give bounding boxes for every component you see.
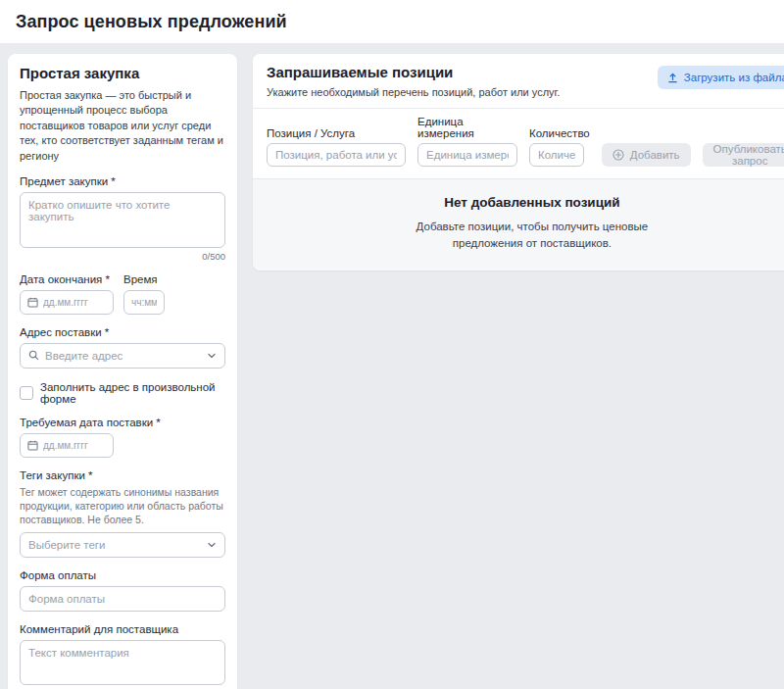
- unit-input[interactable]: [417, 143, 517, 167]
- subject-counter: 0/500: [20, 251, 225, 262]
- free-form-address-label: Заполнить адрес в произвольной форме: [40, 381, 225, 405]
- calendar-icon: [27, 297, 38, 308]
- address-select[interactable]: Введите адрес: [20, 343, 225, 369]
- publish-request-button[interactable]: Опубликовать запрос: [703, 143, 784, 167]
- position-name-field: Позиция / Услуга: [267, 127, 406, 167]
- main-content: Простая закупка Простая закупка — это бы…: [0, 43, 784, 689]
- simple-purchase-description: Простая закупка — это быстрый и упрощенн…: [20, 88, 225, 164]
- delivery-date-input[interactable]: [43, 440, 106, 451]
- empty-state-title: Нет добавленных позиций: [409, 195, 656, 210]
- end-date-label: Дата окончания *: [20, 273, 114, 285]
- subject-field: Предмет закупки * 0/500: [20, 175, 225, 262]
- plus-circle-icon: [612, 149, 624, 161]
- positions-title: Запрашиваемые позиции: [267, 64, 560, 80]
- delivery-date-field: Требуемая дата поставки *: [20, 417, 225, 458]
- page-header: Запрос ценовых предложений: [0, 0, 784, 43]
- search-icon: [28, 350, 39, 361]
- positions-header-text: Запрашиваемые позиции Укажите необходимы…: [267, 64, 560, 98]
- address-placeholder: Введите адрес: [45, 350, 201, 362]
- upload-icon: [667, 73, 678, 83]
- time-input-wrapper: [123, 290, 165, 315]
- upload-from-file-button[interactable]: Загрузить из файла: [658, 66, 784, 89]
- requested-positions-panel: Запрашиваемые позиции Укажите необходимы…: [253, 54, 784, 271]
- date-time-row: Дата окончания * Время: [20, 273, 225, 315]
- calendar-icon: [27, 440, 38, 451]
- payment-label: Форма оплаты: [20, 569, 225, 581]
- position-name-input[interactable]: [267, 143, 406, 167]
- delivery-date-label: Требуемая дата поставки *: [20, 417, 225, 428]
- free-form-address-row: Заполнить адрес в произвольной форме: [20, 381, 225, 405]
- free-form-address-checkbox[interactable]: [20, 386, 33, 400]
- tags-hint: Тег может содержать синонимы названия пр…: [20, 485, 225, 527]
- right-column: Запрашиваемые позиции Укажите необходимы…: [253, 54, 784, 271]
- quantity-field: Количество: [529, 127, 590, 167]
- end-date-input[interactable]: [43, 297, 106, 308]
- end-date-input-wrapper: [20, 290, 114, 315]
- positions-subtitle: Укажите необходимый перечень позиций, ра…: [267, 86, 560, 98]
- time-label: Время: [123, 273, 165, 285]
- tags-field: Теги закупки * Тег может содержать синон…: [20, 469, 225, 559]
- chevron-down-icon: [207, 351, 217, 361]
- payment-input[interactable]: [20, 586, 225, 612]
- delivery-date-input-wrapper: [20, 433, 114, 458]
- quantity-input[interactable]: [529, 143, 584, 167]
- empty-state-text: Добавьте позиции, чтобы получить ценовые…: [409, 219, 656, 251]
- publish-button-label: Опубликовать запрос: [713, 143, 784, 167]
- positions-empty-state: Нет добавленных позиций Добавьте позиции…: [253, 179, 784, 271]
- tags-select[interactable]: Выберите теги: [20, 532, 225, 558]
- positions-header: Запрашиваемые позиции Укажите необходимы…: [253, 54, 784, 109]
- comment-textarea[interactable]: [20, 640, 225, 685]
- comment-field: Комментарий для поставщика 0/1200: [20, 623, 225, 689]
- comment-label: Комментарий для поставщика: [20, 623, 225, 635]
- simple-purchase-title: Простая закупка: [20, 65, 225, 81]
- time-input[interactable]: [131, 297, 157, 308]
- tags-placeholder: Выберите теги: [28, 539, 201, 551]
- quantity-label: Количество: [529, 127, 590, 139]
- chevron-down-icon: [207, 540, 217, 550]
- tags-label: Теги закупки *: [20, 469, 225, 481]
- position-name-label: Позиция / Услуга: [267, 127, 406, 139]
- address-label: Адрес поставки *: [20, 326, 225, 338]
- empty-state-content: Нет добавленных позиций Добавьте позиции…: [409, 195, 656, 251]
- left-column: Простая закупка Простая закупка — это бы…: [8, 54, 237, 689]
- subject-textarea[interactable]: [20, 192, 225, 248]
- unit-label: Единица измерения: [417, 116, 517, 139]
- address-field: Адрес поставки * Введите адрес: [20, 326, 225, 369]
- time-field: Время: [123, 273, 165, 315]
- simple-purchase-card: Простая закупка Простая закупка — это бы…: [8, 54, 237, 689]
- end-date-field: Дата окончания *: [20, 273, 114, 315]
- position-form-row: Позиция / Услуга Единица измерения Колич…: [253, 109, 784, 179]
- add-button-label: Добавить: [630, 149, 680, 161]
- payment-field: Форма оплаты: [20, 569, 225, 612]
- page-title: Запрос ценовых предложений: [16, 12, 287, 32]
- upload-button-label: Загрузить из файла: [684, 72, 784, 83]
- add-position-button[interactable]: Добавить: [602, 143, 691, 167]
- unit-field: Единица измерения: [417, 116, 517, 167]
- subject-label: Предмет закупки *: [20, 175, 225, 187]
